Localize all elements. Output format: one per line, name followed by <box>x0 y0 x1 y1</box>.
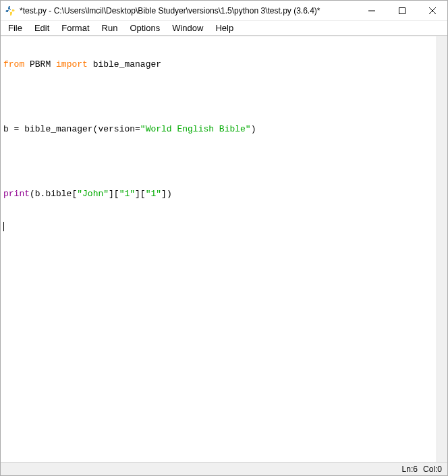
window-title: *test.py - C:\Users\lmcil\Desktop\Bible … <box>20 6 356 16</box>
code-line <box>3 156 434 167</box>
status-col-value: 0 <box>437 465 442 474</box>
svg-point-1 <box>11 13 11 14</box>
status-line-label: Ln: <box>402 465 414 474</box>
menu-edit[interactable]: Edit <box>28 22 55 34</box>
menu-help[interactable]: Help <box>209 22 240 34</box>
close-button[interactable] <box>417 1 447 20</box>
menu-run[interactable]: Run <box>96 22 124 34</box>
titlebar: *test.py - C:\Users\lmcil\Desktop\Bible … <box>1 1 447 21</box>
menu-file[interactable]: File <box>2 22 28 34</box>
minimize-button[interactable] <box>356 1 387 20</box>
svg-rect-3 <box>399 7 405 13</box>
code-line: b = bible_manager(version="World English… <box>3 124 434 135</box>
vertical-scrollbar[interactable] <box>437 36 447 462</box>
code-editor[interactable]: from PBRM import bible_manager b = bible… <box>1 36 437 462</box>
code-line: print(b.bible["John"]["1"]["1"]) <box>3 189 434 200</box>
code-line <box>3 92 434 102</box>
statusbar: Ln: 6 Col: 0 <box>1 462 447 475</box>
maximize-button[interactable] <box>387 1 417 20</box>
window-controls <box>356 1 447 20</box>
menu-window[interactable]: Window <box>166 22 209 34</box>
text-cursor <box>3 222 4 231</box>
python-idle-icon <box>5 5 16 16</box>
menu-options[interactable]: Options <box>123 22 166 34</box>
code-line <box>3 221 434 232</box>
status-col-label: Col: <box>423 465 437 474</box>
code-line: from PBRM import bible_manager <box>3 59 434 70</box>
svg-point-0 <box>9 7 9 7</box>
editor-area: from PBRM import bible_manager b = bible… <box>1 36 447 462</box>
menubar: File Edit Format Run Options Window Help <box>1 21 447 36</box>
menu-format[interactable]: Format <box>55 22 95 34</box>
status-line-value: 6 <box>413 465 418 474</box>
